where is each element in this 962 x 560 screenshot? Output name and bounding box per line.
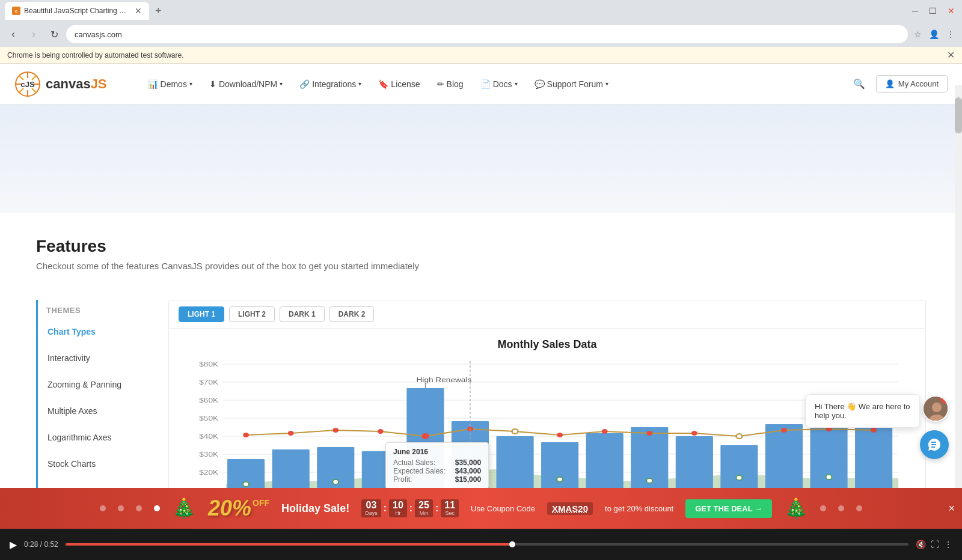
nav-blog[interactable]: ✏ Blog — [430, 75, 471, 94]
theme-dark1-button[interactable]: DARK 1 — [280, 306, 325, 322]
svg-point-48 — [378, 429, 384, 434]
theme-light1-button[interactable]: LIGHT 1 — [179, 306, 224, 322]
holiday-sale-text: Holiday Sale! — [281, 502, 349, 515]
chart-title: Monthly Sales Data — [181, 338, 913, 351]
svg-point-57 — [781, 428, 787, 433]
banner-dot-6 — [838, 505, 844, 511]
tab-title: Beautiful JavaScript Charting L... — [24, 7, 129, 15]
timer-minutes: 25 Min — [415, 499, 433, 517]
svg-point-64 — [646, 478, 652, 483]
timer-days: 03 Days — [361, 499, 381, 517]
svg-point-52 — [557, 433, 563, 437]
blog-icon: ✏ — [437, 79, 444, 89]
nav-download[interactable]: ⬇ Download/NPM ▾ — [202, 75, 290, 94]
restore-button[interactable]: ☐ — [924, 4, 942, 18]
get-deal-button[interactable]: GET THE DEAL → — [685, 499, 772, 518]
address-bar[interactable] — [66, 25, 908, 43]
banner-close-button[interactable]: × — [948, 502, 955, 515]
logo-icon: cJS — [14, 71, 41, 97]
sidebar-item-multiple-axes[interactable]: Multiple Axes — [36, 398, 156, 424]
scroll-track[interactable] — [955, 85, 962, 488]
svg-line-7 — [19, 76, 23, 80]
svg-point-59 — [871, 428, 877, 433]
svg-point-47 — [332, 428, 339, 433]
demos-dropdown-icon: ▾ — [189, 81, 192, 87]
site-nav: 📊 Demos ▾ ⬇ Download/NPM ▾ 🔗 Integration… — [141, 75, 835, 94]
search-button[interactable]: 🔍 — [850, 75, 869, 93]
timer-hours: 10 Hr — [389, 499, 407, 517]
logo-text: canvasJS — [46, 76, 107, 92]
countdown-timer: 03 Days : 10 Hr : 25 Min : 11 Sec — [361, 499, 459, 517]
new-tab-button[interactable]: + — [155, 5, 162, 17]
banner-dot-7 — [856, 505, 862, 511]
svg-rect-37 — [541, 442, 578, 490]
license-icon: 🔖 — [378, 79, 388, 89]
profile-button[interactable]: 👤 — [927, 27, 942, 41]
timer-seconds: 11 Sec — [441, 499, 459, 517]
scroll-thumb[interactable] — [955, 97, 962, 133]
sidebar-item-log-axes[interactable]: Logarithmic Axes — [36, 424, 156, 451]
svg-line-10 — [19, 88, 23, 93]
svg-text:$80K: $80K — [199, 361, 219, 368]
tooltip-row-actual: Actual Sales: $35,000 — [393, 458, 481, 467]
holiday-sale-banner: 🎄 20% OFF Holiday Sale! 03 Days : 10 Hr … — [0, 488, 962, 529]
svg-rect-36 — [496, 436, 533, 490]
sidebar-item-stock-charts[interactable]: Stock Charts — [36, 451, 156, 477]
coupon-code: XMAS20 — [547, 502, 593, 515]
svg-text:$20K: $20K — [199, 469, 219, 476]
nav-support-forum[interactable]: 💬 Support Forum ▾ — [527, 75, 616, 94]
auto-test-close-button[interactable]: ✕ — [947, 49, 955, 61]
svg-text:$40K: $40K — [199, 433, 219, 440]
svg-point-66 — [826, 475, 832, 479]
demos-icon: 📊 — [148, 79, 158, 89]
menu-button[interactable]: ⋮ — [944, 27, 957, 41]
left-tree-icon: 🎄 — [172, 497, 196, 520]
svg-rect-38 — [586, 433, 623, 490]
bookmark-button[interactable]: ☆ — [911, 27, 924, 41]
nav-demos[interactable]: 📊 Demos ▾ — [141, 75, 200, 94]
close-button[interactable]: ✕ — [943, 4, 960, 18]
svg-text:cJS: cJS — [20, 80, 34, 89]
nav-docs[interactable]: 📄 Docs ▾ — [473, 75, 525, 94]
svg-text:$70K: $70K — [199, 379, 219, 386]
right-tree-icon: 🎄 — [784, 497, 808, 520]
sidebar-item-zooming[interactable]: Zooming & Panning — [36, 371, 156, 398]
docs-icon: 📄 — [480, 79, 491, 89]
nav-license[interactable]: 🔖 License — [371, 75, 427, 94]
forward-button[interactable]: › — [25, 26, 42, 43]
chat-widget-button[interactable] — [920, 430, 949, 459]
svg-point-49 — [421, 433, 429, 439]
banner-dot-3 — [136, 505, 142, 511]
banner-dot-2 — [118, 505, 124, 511]
docs-dropdown-icon: ▾ — [515, 81, 518, 87]
svg-point-45 — [243, 433, 249, 437]
tooltip-title: June 2016 — [393, 448, 481, 456]
download-icon: ⬇ — [209, 79, 216, 89]
sidebar-item-interactivity[interactable]: Interactivity — [36, 345, 156, 371]
tab-close-button[interactable]: ✕ — [135, 6, 142, 16]
reload-button[interactable]: ↻ — [46, 26, 63, 43]
theme-light2-button[interactable]: LIGHT 2 — [229, 306, 275, 322]
svg-text:c: c — [15, 9, 17, 13]
sidebar-item-chart-types[interactable]: Chart Types — [36, 318, 156, 345]
site-logo[interactable]: cJS canvasJS — [14, 71, 107, 97]
back-button[interactable]: ‹ — [5, 26, 22, 43]
theme-dark2-button[interactable]: DARK 2 — [329, 306, 375, 322]
auto-test-text: Chrome is being controlled by automated … — [7, 51, 183, 59]
tooltip-row-profit: Profit: $15,000 — [393, 475, 481, 484]
hero-area — [0, 105, 962, 213]
svg-line-8 — [32, 88, 36, 93]
svg-text:High Renewals: High Renewals — [417, 376, 472, 383]
site-header: cJS canvasJS 📊 Demos ▾ ⬇ Download/NPM ▾ — [0, 64, 962, 105]
account-button[interactable]: 👤 My Account — [876, 75, 948, 93]
coupon-prefix-text: Use Coupon Code — [471, 504, 535, 513]
discount-off: OFF — [253, 498, 269, 508]
themes-label: Themes — [38, 300, 156, 318]
minimize-button[interactable]: ─ — [907, 4, 923, 18]
banner-dot-5 — [820, 505, 826, 511]
svg-point-51 — [512, 429, 518, 434]
auto-test-banner: Chrome is being controlled by automated … — [0, 47, 962, 64]
nav-integrations[interactable]: 🔗 Integrations ▾ — [292, 75, 369, 94]
discount-text: to get 20% discount — [605, 504, 673, 513]
chat-avatar: ✕ — [922, 395, 949, 422]
